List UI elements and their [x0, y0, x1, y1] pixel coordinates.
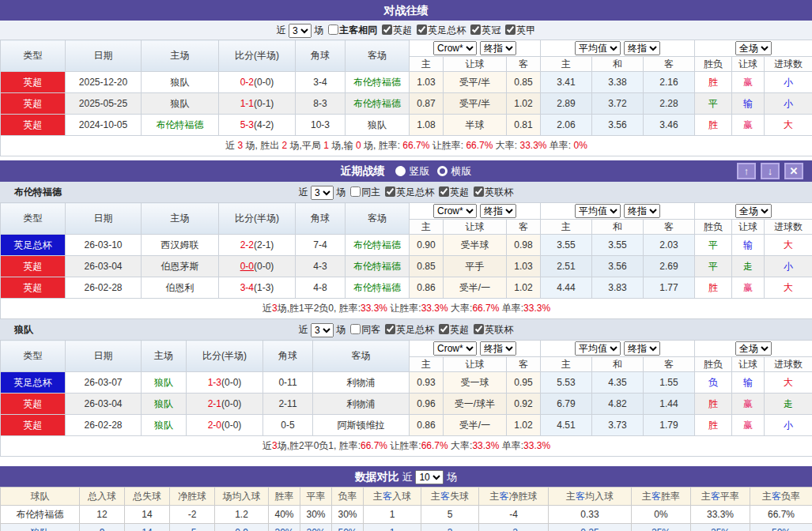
average-odds-cell: 2.28	[644, 93, 695, 115]
layout-radio-1[interactable]: 横版	[429, 164, 471, 177]
same-venue-checkbox[interactable]	[350, 186, 361, 197]
sub-header-4: 和	[592, 220, 644, 235]
average-select[interactable]: 平均值	[575, 204, 621, 218]
compare-cell: 30%	[300, 506, 332, 524]
window-select[interactable]: 3	[311, 323, 334, 337]
league-0-checkbox[interactable]	[382, 24, 392, 35]
compare-window-select[interactable]: 10	[415, 470, 444, 484]
crown-odds-cell: 0.87	[410, 93, 444, 115]
final-index-select[interactable]: 终指	[480, 41, 516, 55]
final-index-select-2[interactable]: 终指	[624, 204, 660, 218]
text-part: 净胜球	[509, 491, 538, 502]
league-1-checkbox[interactable]	[417, 24, 427, 35]
league-badge: 英超	[1, 72, 66, 93]
league-3-checkbox[interactable]	[505, 24, 516, 35]
window-select[interactable]: 3	[311, 186, 334, 200]
full-match-select[interactable]: 全场	[735, 341, 772, 356]
score-half: (1-3)	[254, 282, 274, 293]
crown-odds-cell: 1.02	[507, 277, 541, 299]
away-team: 布伦特福德	[346, 256, 410, 277]
league-badge: 英超	[1, 415, 66, 436]
compare-team: 狼队	[1, 524, 80, 531]
result-cell: 走	[732, 256, 765, 277]
league-1-checkbox[interactable]	[439, 324, 449, 334]
compare-header-8: 主客入球	[364, 488, 421, 506]
text-part: 总失球	[133, 491, 161, 502]
move-down-button[interactable]: ↓	[761, 163, 780, 179]
full-match-select[interactable]: 全场	[735, 204, 772, 218]
league-2-checkbox[interactable]	[474, 186, 484, 197]
league-badge: 英超	[1, 277, 66, 299]
final-index-select[interactable]: 终指	[480, 204, 516, 218]
average-odds-cell: 4.35	[592, 372, 644, 394]
league-2-checkbox[interactable]	[474, 324, 484, 334]
same-venue-checkbox[interactable]	[328, 24, 338, 35]
away-team: 布伦特福德	[346, 72, 410, 93]
crown-odds-cell: 1.02	[507, 415, 541, 436]
layout-radio-0[interactable]: 竖版	[387, 164, 429, 177]
text-part: 单率:	[499, 440, 523, 451]
match-score: 2-0(0-0)	[187, 415, 263, 436]
full-match-select[interactable]: 全场	[735, 41, 772, 55]
league-1-checkbox[interactable]	[439, 186, 449, 197]
result-group: 全场	[695, 40, 812, 57]
match-row: 英超2025-05-25狼队1-1(0-1)8-3布伦特福德0.87受平/半1.…	[1, 93, 812, 115]
crown-odds-group: Crow*终指	[410, 203, 541, 220]
league-0-checkbox[interactable]	[385, 186, 395, 197]
match-score: 0-2(0-0)	[219, 72, 296, 93]
text-part: 客	[440, 491, 450, 502]
close-button[interactable]: ✕	[784, 163, 803, 179]
crow-select[interactable]: Crow*	[433, 204, 477, 218]
final-index-select-2[interactable]: 终指	[624, 41, 660, 55]
compare-cell: 9	[80, 524, 125, 531]
text-part: 1	[323, 140, 329, 151]
summary-line: 近3场,胜2平0负1, 胜率:66.7% 让胜率:66.7% 大率:33.3% …	[1, 436, 812, 457]
league-0-checkbox[interactable]	[385, 324, 395, 334]
average-select[interactable]: 平均值	[575, 341, 621, 356]
window-select[interactable]: 3	[289, 24, 312, 38]
radio-icon[interactable]	[395, 166, 406, 176]
score-main: 2-1	[208, 398, 221, 409]
score-half: (4-2)	[254, 119, 274, 130]
result-cell: 赢	[732, 277, 765, 299]
league-2: 英冠	[470, 24, 500, 36]
average-odds-cell: 3.83	[592, 277, 644, 299]
radio-icon[interactable]	[437, 166, 448, 176]
text-part: 主	[762, 491, 772, 502]
final-index-select[interactable]: 终指	[480, 341, 516, 356]
same-venue-checkbox[interactable]	[350, 324, 361, 334]
crown-odds-cell: 1.03	[507, 256, 541, 277]
sub-header-3: 主	[541, 220, 592, 235]
match-date: 2024-10-05	[66, 115, 142, 136]
result-cell: 大	[765, 115, 812, 136]
final-index-select-2[interactable]: 终指	[624, 341, 660, 356]
text-part: 负率	[781, 491, 800, 502]
average-select[interactable]: 平均值	[575, 41, 621, 55]
compare-cell: -2	[479, 524, 549, 531]
compare-header-14: 主客负率	[750, 488, 812, 506]
match-score: 2-2(2-1)	[219, 235, 296, 256]
compare-cell: 25%	[632, 524, 691, 531]
score-half: (0-0)	[221, 398, 241, 409]
compare-cell: 12	[80, 506, 125, 524]
team-match-table-0: 类型日期主场比分(半场)角球客场Crow*终指平均值终指全场主让球客主和客胜负让…	[0, 202, 812, 319]
move-up-button[interactable]: ↑	[737, 163, 756, 179]
col-header-2: 主场	[142, 40, 219, 72]
corner-score: 10-3	[296, 115, 346, 136]
crow-select[interactable]: Crow*	[433, 41, 477, 55]
score-main[interactable]: 0-0	[240, 261, 254, 272]
match-date: 2025-12-20	[66, 72, 142, 93]
away-team: 布伦特福德	[346, 235, 410, 256]
text-part: 场,平局	[287, 140, 323, 151]
sub-header-8: 进球数	[765, 57, 812, 72]
score-half: (0-0)	[221, 377, 241, 388]
compare-cell: 14	[125, 506, 170, 524]
crow-select[interactable]: Crow*	[433, 341, 477, 356]
league-badge: 英超	[1, 394, 66, 415]
score-half: (0-1)	[254, 98, 274, 109]
league-2-checkbox[interactable]	[470, 24, 481, 35]
compare-table: 球队总入球总失球净胜球场均入球胜率平率负率主客入球主客失球主客净胜球主客均入球主…	[0, 487, 812, 531]
compare-cell: 3	[421, 524, 479, 531]
sub-header-4: 和	[592, 357, 644, 372]
sub-header-6: 胜负	[695, 57, 732, 72]
